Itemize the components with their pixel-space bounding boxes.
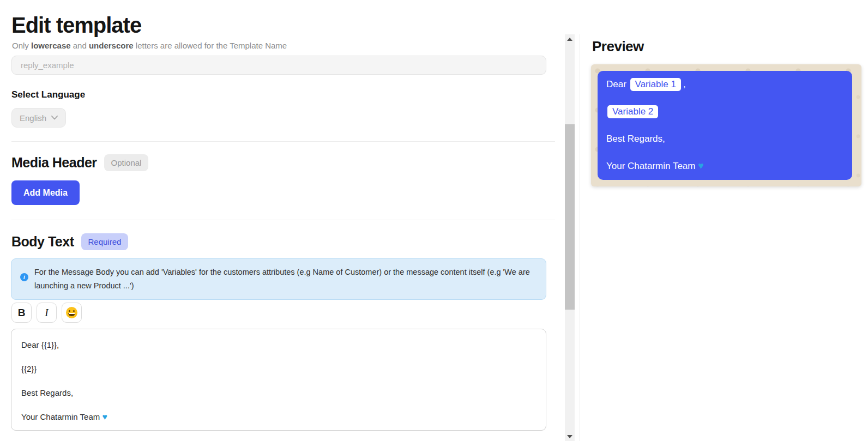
template-name-hint: Only lowercase and underscore letters ar… <box>12 41 287 50</box>
hint-text-1: Only <box>12 41 31 50</box>
emoji-button[interactable] <box>62 303 82 323</box>
section-divider <box>11 141 555 142</box>
template-name-input[interactable] <box>11 56 546 75</box>
arrow-down-icon <box>567 435 572 438</box>
variable-1-chip: Variable 1 <box>630 78 681 91</box>
variables-info-box: i For the Message Body you can add 'Vari… <box>11 258 546 300</box>
bold-button[interactable]: B <box>11 303 32 323</box>
formatting-toolbar: B I <box>11 303 82 323</box>
section-divider <box>11 220 555 220</box>
preview-line: Variable 2 <box>606 105 843 118</box>
page-title: Edit template <box>11 13 141 38</box>
info-text: For the Message Body you can add 'Variab… <box>34 268 530 290</box>
hint-text-2: and <box>71 41 89 50</box>
blue-heart-icon: ♥ <box>698 160 704 171</box>
arrow-up-icon <box>567 38 572 41</box>
variable-2-chip: Variable 2 <box>607 105 658 118</box>
required-badge: Required <box>81 233 129 250</box>
scrollbar[interactable] <box>565 34 575 441</box>
preview-line: Your Chatarmin Team ♥ <box>606 159 843 173</box>
body-text-editor[interactable]: Dear {{1}}, {{2}} Best Regards, Your Cha… <box>11 329 546 431</box>
media-header-section: Media Header Optional <box>11 154 148 171</box>
language-value: English <box>20 113 46 123</box>
preview-text: , <box>683 79 686 89</box>
select-language-label: Select Language <box>11 89 85 100</box>
panel-divider <box>580 34 580 441</box>
info-icon: i <box>20 273 28 281</box>
editor-line: {{2}} <box>21 364 536 374</box>
editor-line: Best Regards, <box>21 388 536 398</box>
chat-wallpaper: Dear Variable 1, Variable 2 Best Regards… <box>591 64 861 186</box>
edit-template-page: Edit template Only lowercase and undersc… <box>0 0 868 441</box>
hint-bold-underscore: underscore <box>89 41 134 50</box>
editor-line: Dear {{1}}, <box>21 340 536 351</box>
language-dropdown[interactable]: English <box>11 108 66 128</box>
hint-text-3: letters are allowed for the Template Nam… <box>134 41 287 50</box>
editor-line: Your Chatarmin Team ♥ <box>21 412 536 422</box>
media-header-title: Media Header <box>11 155 97 171</box>
body-text-title: Body Text <box>11 234 74 250</box>
blue-heart-icon: ♥ <box>102 412 107 421</box>
preview-text: Your Chatarmin Team <box>606 161 695 171</box>
scrollbar-thumb[interactable] <box>565 124 575 310</box>
scroll-down-button[interactable] <box>565 432 575 441</box>
message-preview-bubble: Dear Variable 1, Variable 2 Best Regards… <box>598 71 852 180</box>
preview-line: Best Regards, <box>606 132 843 146</box>
editor-line-text: Your Chatarmin Team <box>21 412 100 421</box>
italic-button[interactable]: I <box>37 303 57 323</box>
chevron-down-icon <box>51 116 58 120</box>
hint-bold-lowercase: lowercase <box>31 41 71 50</box>
scroll-up-button[interactable] <box>565 34 575 44</box>
smiley-icon <box>66 307 77 318</box>
preview-text: Dear <box>606 79 629 89</box>
preview-line: Dear Variable 1, <box>606 77 843 91</box>
preview-title: Preview <box>592 38 644 55</box>
add-media-button[interactable]: Add Media <box>11 180 80 205</box>
optional-badge: Optional <box>104 154 149 171</box>
body-text-section: Body Text Required <box>11 233 128 250</box>
